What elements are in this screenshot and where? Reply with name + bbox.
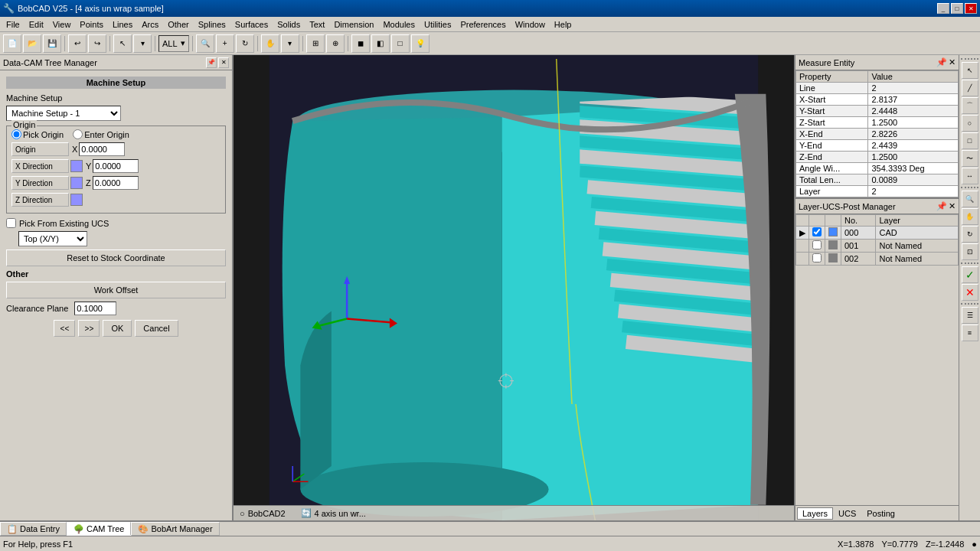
ucs-dropdown[interactable]: Top (X/Y) <box>18 231 87 246</box>
menu-lines[interactable]: Lines <box>108 18 137 31</box>
rt-rect-btn[interactable]: □ <box>962 132 978 149</box>
rt-fit-btn[interactable]: ⊡ <box>962 243 978 260</box>
layer-002-vis[interactable] <box>812 253 822 262</box>
origin-x-input[interactable] <box>79 142 125 156</box>
rt-circle-btn[interactable]: ○ <box>962 115 978 132</box>
measure-prop-header: Property <box>796 71 868 83</box>
pick-ucs-checkbox[interactable] <box>6 218 16 228</box>
new-button[interactable]: 📄 <box>3 34 21 53</box>
setup-dropdown[interactable]: Machine Setup - 1 <box>6 106 121 121</box>
grid-button[interactable]: ⊞ <box>306 34 325 53</box>
save-button[interactable]: 💾 <box>43 34 61 53</box>
select-button[interactable]: ↖ <box>113 34 132 53</box>
next-button[interactable]: >> <box>78 320 100 337</box>
layers-tab[interactable]: Layers <box>797 507 833 520</box>
zoom-button[interactable]: 🔍 <box>196 34 214 53</box>
rt-spline-btn[interactable]: 〜 <box>962 150 978 167</box>
menu-text[interactable]: Text <box>305 18 329 31</box>
pan-button[interactable]: ✋ <box>261 34 279 53</box>
render-button[interactable]: ◼ <box>351 34 370 53</box>
minimize-button[interactable]: _ <box>937 3 949 14</box>
reset-stock-button[interactable]: Reset to Stock Coordinate <box>6 249 226 266</box>
menu-preferences[interactable]: Preferences <box>456 18 510 31</box>
status-indicator: ● <box>972 540 977 549</box>
menu-file[interactable]: File <box>2 18 24 31</box>
work-offset-button[interactable]: Work Offset <box>6 282 226 298</box>
y-direction-button[interactable]: Y Direction <box>11 176 69 190</box>
prev-button[interactable]: << <box>54 320 75 337</box>
menu-points[interactable]: Points <box>75 18 108 31</box>
rt-line-btn[interactable]: ╱ <box>962 80 978 96</box>
rt-zoom-btn[interactable]: 🔍 <box>962 191 978 207</box>
menu-utilities[interactable]: Utilities <box>420 18 456 31</box>
posting-tab[interactable]: Posting <box>861 507 900 520</box>
close-button[interactable]: ✕ <box>965 3 977 14</box>
rt-rotate-btn[interactable]: ↻ <box>962 226 978 243</box>
tb-sep-3 <box>155 36 155 51</box>
origin-button[interactable]: Origin <box>11 142 69 156</box>
rt-props-btn[interactable]: ≡ <box>962 324 978 341</box>
menu-edit[interactable]: Edit <box>24 18 48 31</box>
rt-list-btn[interactable]: ☰ <box>962 307 978 324</box>
rt-checkmark-btn[interactable]: ✓ <box>962 266 978 283</box>
ydir-z-input[interactable] <box>93 176 139 190</box>
rt-pan-btn[interactable]: ✋ <box>962 208 978 225</box>
select-arrow-button[interactable]: ▾ <box>133 34 152 53</box>
menu-window[interactable]: Window <box>511 18 550 31</box>
bobart-manager-tab[interactable]: 🎨 BobArt Manager <box>131 522 219 536</box>
measure-row-zend: Z-End 1.2500 <box>796 152 959 163</box>
measure-row-layer: Layer 2 <box>796 186 959 197</box>
data-entry-icon: 📋 <box>7 524 18 534</box>
redo-button[interactable]: ↪ <box>88 34 106 53</box>
menu-surfaces[interactable]: Surfaces <box>230 18 273 31</box>
cam-tree-tab[interactable]: 🌳 CAM Tree <box>67 522 132 536</box>
layer-close-button[interactable]: ✕ <box>949 201 956 211</box>
measure-pin-button[interactable]: 📌 <box>936 57 947 67</box>
layer-num-header: No. <box>841 215 876 227</box>
maximize-button[interactable]: □ <box>951 3 963 14</box>
wireframe-button[interactable]: □ <box>391 34 410 53</box>
layer-pin-button[interactable]: 📌 <box>936 201 947 211</box>
panel-close-button[interactable]: ✕ <box>218 57 229 68</box>
undo-button[interactable]: ↩ <box>68 34 87 53</box>
menu-arcs[interactable]: Arcs <box>137 18 163 31</box>
open-button[interactable]: 📂 <box>23 34 41 53</box>
layer-000-vis[interactable] <box>812 227 822 236</box>
refresh-button[interactable]: ↻ <box>236 34 254 53</box>
rt-x-btn[interactable]: ✕ <box>962 284 978 301</box>
menu-other[interactable]: Other <box>163 18 194 31</box>
rt-select-btn[interactable]: ↖ <box>962 62 978 79</box>
enter-origin-radio[interactable]: Enter Origin <box>73 129 129 139</box>
menu-splines[interactable]: Splines <box>194 18 230 31</box>
ucs-tab[interactable]: UCS <box>833 507 861 520</box>
pick-origin-radio[interactable]: Pick Origin <box>11 129 64 139</box>
select-mode-dropdown[interactable]: ALL ▾ <box>158 35 189 52</box>
z-direction-button[interactable]: Z Direction <box>11 193 69 207</box>
snap-button[interactable]: ⊕ <box>326 34 345 53</box>
measure-row-ystart: Y-Start 2.4448 <box>796 106 959 117</box>
menu-modules[interactable]: Modules <box>378 18 420 31</box>
menu-help[interactable]: Help <box>550 18 577 31</box>
x-direction-button[interactable]: X Direction <box>11 159 69 173</box>
layer-001-vis[interactable] <box>812 240 822 249</box>
menu-solids[interactable]: Solids <box>273 18 305 31</box>
viewport[interactable]: ○ BobCAD2 🔄 4 axis un wr... <box>234 55 794 520</box>
panel-pin-button[interactable]: 📌 <box>206 57 217 68</box>
light-button[interactable]: 💡 <box>411 34 430 53</box>
zoom-in-button[interactable]: + <box>216 34 234 53</box>
rt-dimension-btn[interactable]: ↔ <box>962 168 978 184</box>
cancel-button[interactable]: Cancel <box>135 320 178 337</box>
enter-origin-input[interactable] <box>73 129 83 139</box>
clearance-input[interactable] <box>74 302 116 315</box>
shade-button[interactable]: ◧ <box>371 34 390 53</box>
data-entry-tab[interactable]: 📋 Data Entry <box>0 522 67 536</box>
menu-dimension[interactable]: Dimension <box>329 18 378 31</box>
pan-arrow-button[interactable]: ▾ <box>281 34 299 53</box>
rt-arc-btn[interactable]: ⌒ <box>962 97 978 114</box>
layer-color-header <box>825 215 841 227</box>
measure-close-button[interactable]: ✕ <box>949 57 956 67</box>
menu-view[interactable]: View <box>48 18 76 31</box>
xdir-y-input[interactable] <box>93 159 139 173</box>
pick-origin-input[interactable] <box>11 129 21 139</box>
ok-button[interactable]: OK <box>103 320 132 337</box>
